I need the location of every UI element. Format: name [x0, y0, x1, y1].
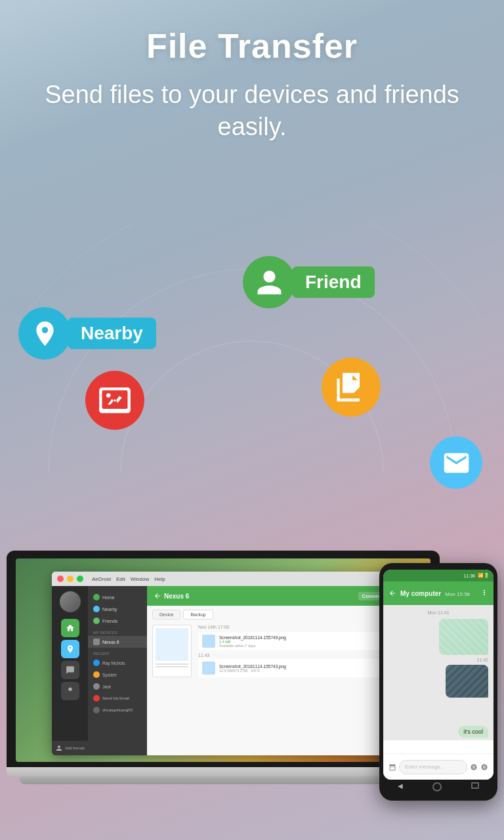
nav-nearby[interactable]: Nearby — [88, 603, 147, 615]
friend-badge[interactable]: Friend — [243, 256, 375, 308]
nav-section-recent: Recent — [88, 648, 147, 657]
phone-recent-btn[interactable] — [471, 782, 479, 789]
sidebar-home-icon[interactable] — [61, 619, 79, 637]
phone-chat-area: Mon 11:41 11:42 — [383, 605, 494, 723]
nav-nexus6[interactable]: Nexus 6 — [88, 636, 147, 648]
laptop-base — [7, 767, 440, 776]
phone-screen: 11:36 📶🔋 My computer Mon 15:58 Mon 11:41 — [383, 570, 494, 780]
tab-device[interactable]: Device — [152, 610, 180, 620]
phone-chat-time-label: Mon 11:41 — [388, 610, 488, 615]
add-friends-btn[interactable]: Add friends — [65, 746, 85, 750]
message-icon — [430, 436, 482, 489]
menu-airdroid[interactable]: AirDroid — [92, 576, 111, 582]
file-preview-thumbnail — [152, 625, 192, 677]
sidebar-nearby-icon[interactable] — [61, 640, 79, 658]
nav-home[interactable]: Home — [88, 591, 147, 603]
hero-subtitle: Send files to your devices and friends e… — [39, 79, 465, 144]
phone-message-text: it's cool — [458, 726, 488, 738]
menu-help[interactable]: Help — [154, 576, 165, 582]
svg-point-3 — [106, 393, 111, 398]
file-badge[interactable] — [322, 358, 381, 417]
phone-chat-title: My computer — [400, 590, 441, 597]
device-tabs: Device Backup — [152, 610, 411, 620]
nav-send-email[interactable]: Send Via Email — [88, 692, 147, 704]
sidebar-chat-icon[interactable] — [61, 661, 79, 679]
phone-input-placeholder[interactable]: Enter message... — [405, 764, 444, 770]
app-sidebar — [52, 586, 88, 755]
nav-friends[interactable]: Friends — [88, 615, 147, 627]
phone-back-btn[interactable]: ◀ — [398, 782, 403, 791]
nav-ray[interactable]: Ray Nichols — [88, 657, 147, 669]
menu-edit[interactable]: Edit — [116, 576, 125, 582]
app-header: Nexus 6 Connection guide — [147, 586, 417, 606]
phone-status-time: 11:36 — [463, 574, 475, 578]
friend-label: Friend — [292, 266, 375, 298]
hero-section: File Transfer Send files to your devices… — [0, 0, 504, 157]
maximize-button[interactable] — [77, 576, 83, 582]
phone-chat-time: Mon 15:58 — [445, 591, 470, 597]
friend-icon — [243, 256, 295, 308]
app-window: AirDroid Edit Window Help — [52, 572, 417, 755]
page-title: File Transfer — [39, 26, 465, 66]
laptop-foot — [20, 776, 427, 784]
nav-section-my-devices: My Devices — [88, 627, 147, 636]
nearby-label: Nearby — [68, 318, 156, 349]
nearby-badge[interactable]: Nearby — [18, 307, 156, 360]
phone-nav-bar: ◀ — [383, 780, 494, 794]
file-icon — [322, 358, 381, 417]
nav-system[interactable]: System — [88, 669, 147, 681]
nav-zhuang[interactable]: zhuangzhuang55 — [88, 704, 147, 716]
photo-icon — [85, 371, 144, 430]
nav-jack[interactable]: Jack — [88, 681, 147, 692]
device-name: Nexus 6 — [164, 593, 189, 600]
user-avatar — [60, 591, 81, 612]
laptop: AirDroid Edit Window Help — [7, 551, 440, 784]
phone-home-btn[interactable] — [432, 782, 442, 791]
phone: 11:36 📶🔋 My computer Mon 15:58 Mon 11:41 — [379, 563, 497, 801]
menu-window[interactable]: Window — [131, 576, 149, 582]
phone-message-bubble-area: it's cool — [383, 723, 494, 740]
app-nav-panel: Home Nearby Friends My Devices — [88, 586, 147, 755]
sidebar-contacts-icon[interactable] — [61, 682, 79, 700]
phone-input-bar: Enter message... — [383, 753, 494, 780]
nearby-icon — [18, 307, 71, 360]
phone-chat-time-2: 11:42 — [388, 658, 488, 662]
minimize-button[interactable] — [67, 576, 74, 582]
tab-backup[interactable]: Backup — [183, 610, 213, 620]
app-main-content: Nexus 6 Connection guide Device Backup — [147, 586, 417, 755]
message-badge[interactable] — [430, 436, 482, 489]
photo-badge[interactable] — [85, 371, 144, 430]
close-button[interactable] — [57, 576, 64, 582]
